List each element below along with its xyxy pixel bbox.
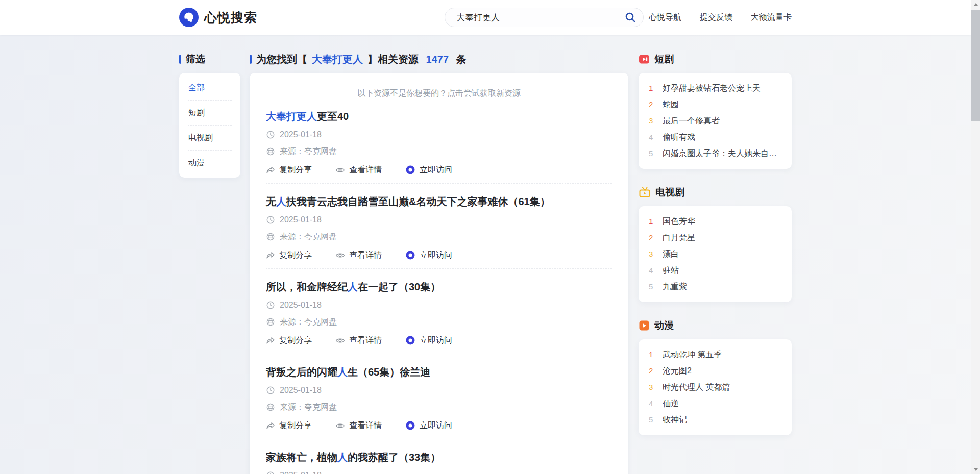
copy-share-button[interactable]: 复制分享: [266, 250, 312, 260]
search-input[interactable]: [445, 8, 644, 27]
results-title-segment: 1477: [426, 54, 449, 65]
result-source: 来源：夸克网盘: [266, 317, 612, 327]
ranking-item-label: 最后一个修真者: [663, 116, 720, 126]
ranking-rank: 3: [649, 382, 656, 392]
ranking-rank: 1: [649, 350, 656, 360]
ranking-item[interactable]: 2白月梵星: [649, 230, 781, 246]
visit-now-button[interactable]: 立即访问: [405, 165, 452, 175]
eye-icon: [335, 421, 345, 431]
brand-name: 心悦搜索: [204, 9, 257, 26]
clock-icon: [266, 471, 275, 474]
view-detail-button[interactable]: 查看详情: [335, 420, 382, 431]
ranking-rank: 2: [649, 366, 656, 376]
ranking-item[interactable]: 5闪婚京圈太子爷：夫人她来自农村: [649, 145, 781, 162]
top-bar: 心悦搜索 心悦导航提交反馈大额流量卡: [0, 0, 971, 35]
copy-share-button[interactable]: 复制分享: [266, 165, 312, 175]
share-icon: [266, 421, 275, 430]
visit-now-button[interactable]: 立即访问: [405, 250, 452, 260]
result-title[interactable]: 无人扶我青云志我自踏雪至山巅&名动天下之家事难休（61集）: [266, 195, 612, 208]
result-title[interactable]: 背叛之后的闪耀人生（65集）徐兰迪: [266, 365, 612, 379]
ranking-item[interactable]: 3最后一个修真者: [649, 113, 781, 129]
result-title-segment: 人: [337, 366, 348, 378]
result-source: 来源：夸克网盘: [266, 146, 612, 157]
ranking-item[interactable]: 3漂白: [649, 246, 781, 262]
refresh-notice[interactable]: 以下资源不是你想要的？点击尝试获取新资源: [266, 88, 612, 98]
ranking-item[interactable]: 5牧神记: [649, 412, 781, 428]
result-title-segment: 在一起了（30集）: [358, 281, 440, 292]
view-detail-button[interactable]: 查看详情: [335, 250, 382, 260]
ranking-item[interactable]: 4偷听有戏: [649, 129, 781, 145]
ranking-item[interactable]: 4仙逆: [649, 395, 781, 412]
visit-now-button[interactable]: 立即访问: [405, 420, 452, 431]
ranking-item[interactable]: 3时光代理人 英都篇: [649, 379, 781, 395]
copy-share-button[interactable]: 复制分享: [266, 335, 312, 345]
ranking-rank: 4: [649, 265, 656, 276]
ranking-item-label: 好孕甜妻被钻石老公宠上天: [663, 83, 761, 93]
ranking-item[interactable]: 4驻站: [649, 262, 781, 279]
scrollbar-down-arrow[interactable]: [971, 465, 980, 474]
short-drama-icon: [639, 54, 650, 65]
ranking-card: 1好孕甜妻被钻石老公宠上天2蛇园3最后一个修真者4偷听有戏5闪婚京圈太子爷：夫人…: [639, 73, 792, 169]
globe-icon: [266, 147, 275, 156]
result-title[interactable]: 所以，和金牌经纪人在一起了（30集）: [266, 280, 612, 293]
ranking-item[interactable]: 2沧元图2: [649, 363, 781, 379]
ranking-rank: 1: [649, 83, 656, 93]
result-actions: 复制分享查看详情立即访问: [266, 335, 612, 345]
result-item: 大奉打更人更至402025-01-18来源：夸克网盘复制分享查看详情立即访问: [266, 98, 612, 184]
result-item: 家族将亡，植物人的我苏醒了（33集）2025-01-18来源：夸克网盘复制分享查…: [266, 439, 612, 474]
ranking-icon-wrap: [639, 320, 650, 331]
result-title[interactable]: 大奉打更人更至40: [266, 110, 612, 123]
quark-ring-icon: [405, 335, 415, 345]
anime-icon: [639, 320, 650, 331]
nav-link[interactable]: 心悦导航: [649, 12, 681, 23]
nav-link[interactable]: 提交反馈: [700, 12, 732, 23]
view-detail-button[interactable]: 查看详情: [335, 165, 382, 175]
results-title-segment: 】相关资源: [368, 53, 422, 66]
result-date: 2025-01-18: [266, 385, 612, 395]
ranking-item[interactable]: 1国色芳华: [649, 213, 781, 230]
ranking-rank: 1: [649, 216, 656, 227]
copy-share-button[interactable]: 复制分享: [266, 420, 312, 431]
ranking-item-label: 牧神记: [663, 415, 687, 425]
ranking-item[interactable]: 5九重紫: [649, 279, 781, 295]
ranking-item[interactable]: 1武动乾坤 第五季: [649, 346, 781, 363]
globe-icon: [266, 403, 275, 412]
result-item: 背叛之后的闪耀人生（65集）徐兰迪2025-01-18来源：夸克网盘复制分享查看…: [266, 354, 612, 439]
filter-title: 筛选: [186, 53, 205, 66]
ranking-header: 电视剧: [639, 186, 792, 198]
browser-scrollbar: [971, 0, 980, 474]
scrollbar-thumb[interactable]: [971, 10, 980, 121]
results-title-segment: 条: [453, 53, 467, 66]
view-detail-button[interactable]: 查看详情: [335, 335, 382, 345]
ranking-rank: 2: [649, 233, 656, 243]
result-source-text: 来源：夸克网盘: [280, 232, 337, 242]
nav-link[interactable]: 大额流量卡: [751, 12, 792, 23]
filter-item[interactable]: 电视剧: [188, 126, 232, 151]
result-item: 所以，和金牌经纪人在一起了（30集）2025-01-18来源：夸克网盘复制分享查…: [266, 269, 612, 354]
ranking-rank: 3: [649, 116, 656, 126]
result-title-segment: 人: [276, 196, 286, 207]
result-title[interactable]: 家族将亡，植物人的我苏醒了（33集）: [266, 451, 612, 464]
filter-header: 筛选: [179, 53, 240, 65]
result-title-segment: 人: [337, 452, 348, 463]
search-icon: [624, 11, 636, 23]
brand-logo[interactable]: 心悦搜索: [179, 8, 257, 27]
quark-ring-icon: [405, 420, 415, 431]
ranking-item[interactable]: 1好孕甜妻被钻石老公宠上天: [649, 80, 781, 96]
search-button[interactable]: [624, 11, 636, 23]
ranking-item[interactable]: 2蛇园: [649, 96, 781, 113]
ranking-icon-wrap: [639, 54, 650, 65]
ranking-item-label: 时光代理人 英都篇: [663, 382, 730, 392]
copy-share-button-label: 复制分享: [279, 165, 312, 175]
filter-item[interactable]: 动漫: [188, 151, 232, 175]
ranking-item-label: 沧元图2: [663, 366, 692, 376]
scrollbar-up-arrow[interactable]: [971, 0, 980, 9]
quark-logo-icon: [179, 8, 199, 27]
result-source: 来源：夸克网盘: [266, 232, 612, 242]
globe-icon: [266, 317, 275, 327]
visit-now-button[interactable]: 立即访问: [405, 335, 452, 345]
filter-item[interactable]: 短剧: [188, 101, 232, 126]
search-box: [445, 8, 644, 27]
result-date-text: 2025-01-18: [280, 130, 322, 140]
filter-item[interactable]: 全部: [188, 76, 232, 101]
